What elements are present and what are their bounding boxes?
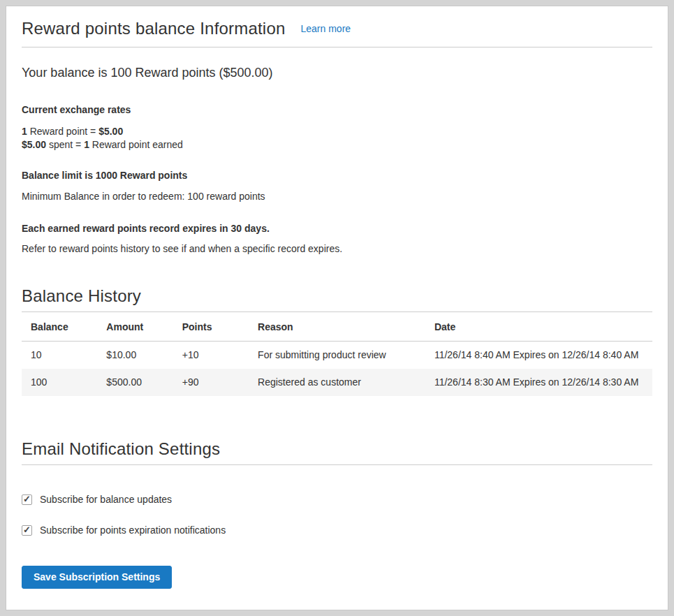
reward-points-panel: Reward points balance InformationLearn m…	[6, 6, 668, 610]
table-row: 100 $500.00 +90 Registered as customer 1…	[22, 369, 652, 396]
points-expiration-label[interactable]: Subscribe for points expiration notifica…	[40, 525, 226, 536]
minimum-balance-text: Minimum Balance in order to redeem: 100 …	[22, 191, 652, 203]
points-expiration-checkbox[interactable]	[22, 525, 32, 536]
table-row: 10 $10.00 +10 For submitting product rev…	[22, 342, 652, 369]
cell-balance: 10	[22, 342, 97, 369]
exchange-rates-text: 1 Reward point = $5.00 $5.00 spent = 1 R…	[22, 125, 652, 152]
email-notification-section: Email Notification Settings Subscribe fo…	[22, 439, 652, 589]
balance-summary: Your balance is 100 Reward points ($500.…	[22, 64, 652, 82]
cell-balance: 100	[22, 369, 97, 396]
balance-history-table: Balance Amount Points Reason Date 10 $10…	[22, 312, 652, 396]
cell-date: 11/26/14 8:30 AM Expires on 12/26/14 8:3…	[425, 369, 652, 396]
balance-updates-checkbox[interactable]	[22, 494, 32, 505]
page-title: Reward points balance Information	[22, 19, 285, 38]
learn-more-link[interactable]: Learn more	[300, 23, 351, 34]
column-header-points: Points	[173, 312, 249, 342]
expiry-note: Refer to reward points history to see if…	[22, 243, 652, 255]
table-header-row: Balance Amount Points Reason Date	[22, 312, 652, 342]
email-notification-heading: Email Notification Settings	[22, 439, 652, 465]
column-header-reason: Reason	[249, 312, 425, 342]
expiry-statement: Each earned reward points record expires…	[22, 223, 652, 235]
cell-date: 11/26/14 8:40 AM Expires on 12/26/14 8:4…	[425, 342, 652, 369]
cell-amount: $10.00	[97, 342, 173, 369]
cell-reason: Registered as customer	[249, 369, 425, 396]
cell-points: +10	[173, 342, 249, 369]
cell-points: +90	[173, 369, 249, 396]
balance-updates-label[interactable]: Subscribe for balance updates	[40, 494, 172, 506]
balance-history-section: Balance History Balance Amount Points Re…	[22, 286, 652, 396]
rate-line2: $5.00 spent = 1 Reward point earned	[22, 139, 183, 150]
balance-limit-text: Balance limit is 1000 Reward points	[22, 170, 652, 182]
balance-history-heading: Balance History	[22, 286, 652, 312]
exchange-rates-heading: Current exchange rates	[22, 104, 652, 116]
cell-amount: $500.00	[97, 369, 173, 396]
column-header-date: Date	[425, 312, 652, 342]
save-subscription-settings-button[interactable]: Save Subscription Settings	[22, 566, 172, 589]
cell-reason: For submitting product review	[249, 342, 425, 369]
balance-updates-option: Subscribe for balance updates	[22, 494, 652, 506]
points-expiration-option: Subscribe for points expiration notifica…	[22, 525, 652, 536]
rate-line1: 1 Reward point = $5.00	[22, 126, 123, 137]
page-header: Reward points balance InformationLearn m…	[22, 19, 652, 47]
column-header-balance: Balance	[22, 312, 97, 342]
column-header-amount: Amount	[97, 312, 173, 342]
